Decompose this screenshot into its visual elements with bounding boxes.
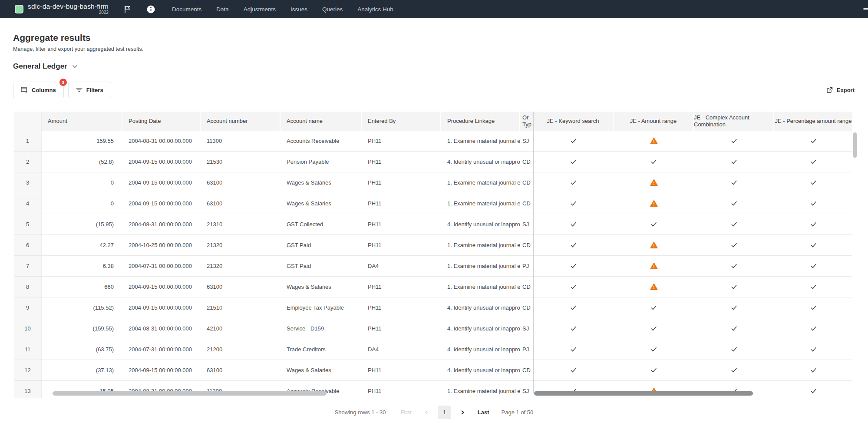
overflow-dash-icon[interactable]	[863, 8, 868, 10]
cell-account-number: 11300	[201, 381, 281, 398]
toolbar: Columns 3 Filters Export	[13, 82, 855, 98]
cell-entered-by: PH11	[362, 214, 441, 234]
nav-item-adjustments[interactable]: Adjustments	[244, 6, 276, 13]
horizontal-scrollbar-right-thumb[interactable]	[534, 391, 753, 396]
cell-account-number: 63100	[201, 172, 281, 193]
cell-je-percentage-result	[774, 339, 852, 360]
cell-je-percentage-result	[774, 172, 852, 193]
cell-procedure: 1. Examine material journal er	[441, 256, 520, 276]
pass-check-icon	[570, 137, 577, 145]
cell-je-keyword-result	[533, 214, 614, 234]
horizontal-scrollbar-left-thumb[interactable]	[53, 391, 327, 396]
cell-je-amount-result	[614, 318, 694, 339]
cell-je-amount-result	[614, 297, 694, 318]
table-row[interactable]: 1159.552004-08-31 00:00:00.00011300Accou…	[14, 131, 852, 152]
cell-account-number: 21200	[201, 339, 281, 360]
chevron-right-icon[interactable]: ›	[461, 408, 465, 417]
filters-button-label: Filters	[86, 87, 103, 93]
nav-item-data[interactable]: Data	[216, 6, 229, 13]
table-row[interactable]: 11(63.75)2004-07-31 00:00:00.00021200Tra…	[14, 339, 852, 360]
cell-account-name: Service - D159	[281, 318, 362, 339]
cell-org-type: SJ	[520, 318, 533, 339]
cell-num: 12	[14, 360, 42, 380]
cell-posting-date: 2004-08-31 00:00:00.000	[122, 214, 201, 234]
table-row[interactable]: 10(159.55)2004-08-31 00:00:00.00042100Se…	[14, 318, 852, 339]
cell-posting-date: 2004-08-31 00:00:00.000	[122, 318, 201, 339]
pass-check-icon	[570, 325, 577, 332]
cell-org-type: CD	[520, 360, 533, 380]
warning-icon	[650, 283, 658, 291]
chevron-left-icon[interactable]: ‹	[425, 408, 428, 417]
table-row[interactable]: 2(52.8)2004-09-15 00:00:00.00021530Pensi…	[14, 152, 852, 172]
table-row[interactable]: 9(115.52)2004-09-15 00:00:00.00021510Emp…	[14, 297, 852, 318]
filters-button[interactable]: Filters	[68, 82, 111, 98]
column-header-entered-by[interactable]: Entered By	[362, 112, 441, 131]
pass-check-icon	[810, 283, 817, 291]
cell-procedure: 1. Examine material journal er	[441, 381, 520, 398]
cell-je-percentage-result	[774, 360, 852, 380]
table-row[interactable]: 302004-09-15 00:00:00.00063100Wages & Sa…	[14, 172, 852, 193]
column-header-amount[interactable]: Amount	[42, 112, 122, 131]
nav-item-analytics-hub[interactable]: Analytics Hub	[357, 6, 393, 13]
table-row[interactable]: 1315.952004-08-31 00:00:00.00011300Accou…	[14, 381, 852, 398]
columns-button[interactable]: Columns 3	[13, 82, 64, 98]
table-row[interactable]: 86602004-09-15 00:00:00.00063100Wages & …	[14, 277, 852, 297]
column-header-row-index[interactable]	[14, 112, 42, 131]
column-header-je-keyword-search[interactable]: JE - Keyword search	[533, 112, 614, 131]
frozen-pane-divider	[533, 112, 534, 393]
column-header-posting-date[interactable]: Posting Date	[122, 112, 201, 131]
cell-je-complex-result	[694, 381, 774, 398]
warning-icon	[650, 262, 658, 270]
cell-account-name: GST Paid	[281, 256, 362, 276]
column-header-je-percentage-amount-range[interactable]: JE - Percentage amount range	[774, 112, 852, 131]
column-header-je-amount-range[interactable]: JE - Amount range	[614, 112, 694, 131]
column-header-account-name[interactable]: Account name	[281, 112, 362, 131]
info-icon[interactable]	[147, 5, 155, 13]
cell-je-complex-result	[694, 339, 774, 360]
cell-posting-date: 2004-07-31 00:00:00.000	[122, 256, 201, 276]
export-button[interactable]: Export	[826, 86, 855, 93]
dataset-selector[interactable]: General Ledger	[13, 62, 77, 71]
table-row[interactable]: 12(37.13)2004-09-15 00:00:00.00063100Wag…	[14, 360, 852, 381]
cell-org-type: SJ	[520, 214, 533, 234]
cell-org-type: CD	[520, 152, 533, 172]
first-page-button[interactable]: First	[400, 409, 411, 416]
table-row[interactable]: 5(15.95)2004-08-31 00:00:00.00021310GST …	[14, 214, 852, 235]
cell-posting-date: 2004-10-25 00:00:00.000	[122, 235, 201, 255]
warning-icon	[650, 200, 658, 207]
column-header-or-typ[interactable]: Or Typ	[520, 112, 533, 131]
results-table: AmountPosting DateAccount numberAccount …	[14, 112, 858, 398]
cell-procedure: 1. Examine material journal er	[441, 193, 520, 214]
pass-check-icon	[730, 304, 738, 311]
cell-je-percentage-result	[774, 214, 852, 234]
cell-org-type: SJ	[520, 131, 533, 151]
table-row[interactable]: 402004-09-15 00:00:00.00063100Wages & Sa…	[14, 193, 852, 214]
pass-check-icon	[730, 137, 738, 145]
cell-je-percentage-result	[774, 297, 852, 318]
column-header-account-number[interactable]: Account number	[201, 112, 281, 131]
table-row[interactable]: 76.382004-07-31 00:00:00.00021320GST Pai…	[14, 256, 852, 277]
cell-amount: (115.52)	[42, 297, 122, 318]
cell-num: 13	[14, 381, 42, 398]
cell-procedure: 1. Examine material journal er	[441, 172, 520, 193]
nav-item-queries[interactable]: Queries	[322, 6, 343, 13]
cell-entered-by: PH11	[362, 235, 441, 255]
pass-check-icon	[650, 304, 657, 311]
firm-logo[interactable]	[15, 5, 23, 13]
column-header-procedure-linkage[interactable]: Procedure Linkage	[441, 112, 520, 131]
nav-item-documents[interactable]: Documents	[172, 6, 201, 13]
cell-account-name: Accounts Receivable	[281, 131, 362, 151]
firm-identity[interactable]: sdlc-da-dev-bug-bash-firm 2022	[28, 3, 109, 15]
nav-item-issues[interactable]: Issues	[290, 6, 307, 13]
current-page-button[interactable]: 1	[438, 406, 451, 419]
cell-posting-date: 2004-07-31 00:00:00.000	[122, 339, 201, 360]
cell-je-percentage-result	[774, 193, 852, 214]
flag-icon[interactable]	[123, 5, 132, 13]
last-page-button[interactable]: Last	[478, 409, 489, 416]
table-row[interactable]: 642.272004-10-25 00:00:00.00021320GST Pa…	[14, 235, 852, 256]
cell-je-amount-result	[614, 277, 694, 297]
pass-check-icon	[570, 241, 577, 249]
column-header-je-complex-account-combination[interactable]: JE - Complex Account Combination	[694, 112, 774, 131]
cell-posting-date: 2004-09-15 00:00:00.000	[122, 360, 201, 380]
vertical-scrollbar-thumb[interactable]	[853, 132, 857, 158]
